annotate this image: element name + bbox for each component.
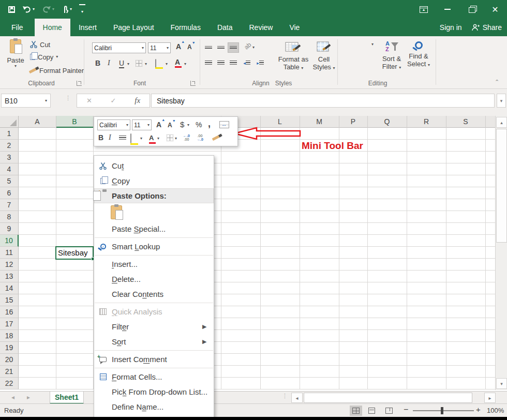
formula-bar-grip-icon[interactable]: ⋮ bbox=[65, 97, 71, 99]
top-align-button[interactable] bbox=[203, 42, 214, 53]
undo-dropdown-icon[interactable]: ▾ bbox=[33, 7, 35, 11]
mini-accounting-dropdown-icon[interactable]: ▾ bbox=[187, 123, 189, 127]
underline-dropdown-icon[interactable]: ▾ bbox=[127, 62, 129, 66]
borders-icon[interactable] bbox=[136, 60, 142, 67]
vertical-scrollbar[interactable]: ▴ ▾ bbox=[495, 116, 507, 390]
mini-borders-icon[interactable] bbox=[167, 134, 173, 141]
borders-dropdown-icon[interactable]: ▾ bbox=[145, 62, 147, 66]
clipboard-dialog-launcher-icon[interactable] bbox=[77, 81, 82, 86]
sheet-tab-sheet1[interactable]: Sheet1 bbox=[50, 392, 84, 404]
mini-font-name-combo[interactable]: Calibri▾ bbox=[97, 119, 130, 130]
sheet-nav-right-icon[interactable]: ▸ bbox=[27, 394, 30, 401]
column-header-p[interactable]: P bbox=[339, 116, 367, 127]
row-header-13[interactable]: 13 bbox=[0, 271, 19, 282]
font-color-dropdown-icon[interactable]: ▾ bbox=[184, 62, 186, 66]
menu-item-filter[interactable]: Filter▶ bbox=[94, 319, 214, 334]
column-header-r[interactable]: R bbox=[407, 116, 446, 127]
mini-format-painter-icon[interactable] bbox=[212, 135, 220, 141]
menu-paste-option-keep-source[interactable] bbox=[94, 203, 214, 221]
row-header-5[interactable]: 5 bbox=[0, 175, 19, 187]
decrease-indent-button[interactable]: ◂ bbox=[241, 58, 252, 68]
enter-icon[interactable]: ✓ bbox=[111, 97, 116, 104]
sign-in-link[interactable]: Sign in bbox=[440, 23, 462, 32]
touch-mode-button[interactable]: ▾ bbox=[61, 3, 73, 16]
row-header-11[interactable]: 11 bbox=[0, 247, 19, 259]
row-header-18[interactable]: 18 bbox=[0, 330, 19, 342]
cut-button[interactable]: Cut bbox=[30, 39, 50, 50]
insert-function-button[interactable]: fx bbox=[135, 96, 140, 105]
touch-mode-dropdown-icon[interactable]: ▾ bbox=[70, 7, 72, 11]
zoom-out-button[interactable]: − bbox=[404, 405, 408, 414]
mini-italic-button[interactable]: I bbox=[109, 133, 111, 142]
tab-home[interactable]: Home bbox=[35, 19, 70, 36]
tab-page-layout[interactable]: Page Layout bbox=[105, 19, 162, 36]
menu-item-pick-from-drop-down-list[interactable]: Pick From Drop-down List... bbox=[94, 384, 214, 399]
paste-button[interactable]: Paste ▾ bbox=[4, 39, 27, 68]
horizontal-scroll-thumb[interactable] bbox=[304, 393, 472, 403]
undo-button[interactable]: ▾ bbox=[21, 3, 36, 16]
share-button[interactable]: Share bbox=[471, 23, 502, 32]
mini-fill-color-button[interactable] bbox=[130, 134, 131, 143]
row-header-8[interactable]: 8 bbox=[0, 211, 19, 223]
copy-dropdown-icon[interactable]: ▾ bbox=[56, 55, 58, 59]
format-as-table-button[interactable]: Format asTable ▾ bbox=[277, 40, 309, 71]
zoom-slider-track[interactable] bbox=[413, 410, 474, 411]
minimize-button[interactable] bbox=[436, 0, 459, 19]
paste-dropdown-icon[interactable]: ▾ bbox=[14, 64, 17, 68]
mini-fill-color-dropdown-icon[interactable]: ▾ bbox=[140, 137, 142, 141]
mini-shrink-font-button[interactable]: A▼ bbox=[168, 122, 172, 129]
zoom-level[interactable]: 100% bbox=[487, 407, 504, 414]
menu-item-sort[interactable]: Sort▶ bbox=[94, 334, 214, 349]
name-box-dropdown-icon[interactable]: ▾ bbox=[45, 99, 47, 103]
row-header-19[interactable]: 19 bbox=[0, 342, 19, 354]
mini-font-size-combo[interactable]: 11▾ bbox=[132, 119, 152, 130]
formula-bar-expand-icon[interactable]: ▾ bbox=[497, 94, 506, 108]
mini-percent-button[interactable]: % bbox=[196, 121, 202, 129]
scroll-up-icon[interactable]: ▴ bbox=[496, 117, 507, 128]
increase-indent-button[interactable]: ▸ bbox=[255, 58, 266, 68]
select-all-corner[interactable] bbox=[0, 116, 19, 128]
row-header-22[interactable]: 22 bbox=[0, 378, 19, 389]
shrink-font-button[interactable]: A▼ bbox=[187, 43, 192, 51]
column-header-a[interactable]: A bbox=[19, 116, 56, 127]
tab-file[interactable]: File bbox=[0, 19, 35, 36]
zoom-in-button[interactable]: + bbox=[476, 405, 481, 414]
row-header-9[interactable]: 9 bbox=[0, 223, 19, 235]
collapse-ribbon-icon[interactable]: ⌃ bbox=[495, 79, 499, 85]
font-dialog-launcher-icon[interactable] bbox=[190, 81, 196, 86]
mini-decrease-decimal-button[interactable]: .00→.0 bbox=[197, 134, 203, 141]
mini-accounting-format-button[interactable]: $ bbox=[180, 120, 184, 129]
orientation-dropdown-icon[interactable]: ▾ bbox=[252, 46, 255, 50]
align-center-button[interactable] bbox=[215, 58, 227, 68]
mini-merge-center-icon[interactable] bbox=[219, 121, 229, 128]
mini-font-color-dropdown-icon[interactable]: ▾ bbox=[157, 137, 159, 141]
row-header-15[interactable]: 15 bbox=[0, 294, 19, 306]
menu-item-define-name[interactable]: Define Name... bbox=[94, 399, 214, 414]
row-header-4[interactable]: 4 bbox=[0, 163, 19, 175]
hscroll-right-icon[interactable]: ▸ bbox=[484, 393, 496, 403]
row-header-12[interactable]: 12 bbox=[0, 259, 19, 271]
underline-button[interactable]: U bbox=[119, 59, 124, 68]
align-left-button[interactable] bbox=[203, 58, 214, 68]
menu-item-smart-lookup[interactable]: iSmart Lookup bbox=[94, 239, 214, 254]
font-color-button[interactable]: A bbox=[175, 58, 180, 66]
row-header-2[interactable]: 2 bbox=[0, 140, 19, 152]
sheetbar-grip-icon[interactable]: ⋮ bbox=[282, 395, 288, 397]
column-header-s[interactable]: S bbox=[446, 116, 485, 127]
italic-button[interactable]: I bbox=[108, 59, 110, 67]
fill-color-button[interactable] bbox=[155, 59, 156, 67]
font-size-combo[interactable]: 11▾ bbox=[148, 42, 171, 53]
formula-input[interactable]: Sitesbay bbox=[151, 94, 495, 108]
mini-align-center-icon[interactable] bbox=[119, 136, 126, 141]
mini-comma-button[interactable]: , bbox=[208, 118, 211, 129]
cell-styles-button[interactable]: CellStyles ▾ bbox=[311, 40, 336, 71]
cancel-icon[interactable]: ✕ bbox=[86, 97, 92, 104]
mini-increase-decimal-button[interactable]: ←.0.00 bbox=[183, 134, 190, 141]
normal-view-button[interactable] bbox=[350, 406, 362, 416]
tab-review[interactable]: Review bbox=[241, 19, 281, 36]
grow-font-button[interactable]: A▲ bbox=[176, 42, 181, 51]
ribbon-display-options-button[interactable]: ▴ bbox=[412, 0, 436, 19]
save-button[interactable] bbox=[7, 3, 16, 16]
row-header-20[interactable]: 20 bbox=[0, 354, 19, 366]
tab-formulas[interactable]: Formulas bbox=[162, 19, 209, 36]
